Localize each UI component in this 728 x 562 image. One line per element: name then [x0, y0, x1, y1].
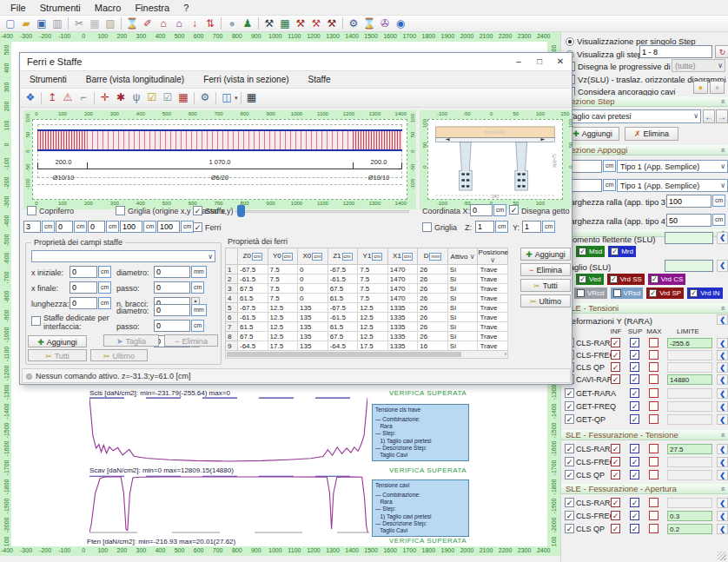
sphere-icon[interactable]: ● [224, 17, 240, 31]
max-checkbox[interactable] [649, 350, 659, 360]
table-cell[interactable]: 135 [298, 303, 328, 313]
max-checkbox[interactable] [649, 470, 659, 479]
table-cell[interactable]: -61.5 [238, 313, 268, 322]
table-cell[interactable]: 26 [418, 274, 448, 284]
taglio-apply-button[interactable]: ❮ [717, 260, 728, 272]
column-header-x0[interactable]: X0cm [298, 248, 328, 265]
y-input[interactable] [522, 221, 541, 233]
ferri-table[interactable]: Z0cmY0cmX0cmZ1cmY1cmX1cmDmmAttivo ∨Posiz… [225, 248, 508, 351]
apply-limit-button[interactable]: ❮ [717, 388, 728, 399]
disegna-getto-checkbox[interactable]: ✓ [509, 205, 519, 215]
verifica-chip-msd[interactable]: ✓Msd [576, 246, 605, 257]
sup-checkbox[interactable]: ✓ [630, 388, 639, 398]
sort-icon[interactable]: ∨ [490, 256, 495, 264]
save-icon[interactable]: ▣ [34, 17, 50, 31]
chip-checkbox[interactable]: ✓ [579, 275, 586, 283]
column-header-y0[interactable]: Y0cm [268, 248, 298, 265]
limite-value[interactable]: 14880 [667, 374, 712, 385]
help-icon[interactable]: ◉ [393, 17, 408, 31]
sup-checkbox[interactable]: ✓ [630, 414, 639, 424]
max-checkbox[interactable] [649, 388, 659, 398]
limite-value[interactable] [667, 414, 712, 425]
bar-point-icon[interactable]: ✱ [113, 90, 129, 105]
resize-grip[interactable] [718, 552, 726, 560]
table-cell[interactable]: -64.5 [328, 341, 358, 351]
table-cell[interactable]: 26 [418, 284, 448, 294]
beam-body[interactable] [37, 129, 402, 151]
grid-dark-icon[interactable]: ▦ [244, 90, 260, 105]
table-cell[interactable]: Si [447, 294, 478, 303]
staffe-checkbox[interactable]: ✓ [193, 206, 202, 215]
dialog-menu-item-ferri-vista-in-sezione-[interactable]: Ferri (vista in sezione) [194, 74, 298, 85]
staffe-field-select[interactable] [31, 250, 215, 262]
axe-red-icon[interactable]: ⚒ [308, 17, 324, 31]
table-cell[interactable]: 135 [298, 341, 328, 351]
limite-value[interactable] [667, 457, 712, 467]
support2-type-select[interactable]: Tipo 1 (App. Semplice) [617, 179, 728, 192]
row-enabled-checkbox[interactable]: ✓ [565, 457, 574, 466]
table-cell[interactable]: 26 [418, 313, 448, 322]
max-checkbox[interactable] [649, 524, 659, 533]
table-cell[interactable]: Trave [478, 313, 508, 322]
close-button[interactable]: ✕ [550, 53, 571, 70]
dialog-menu-item-staffe[interactable]: Staffe [299, 74, 341, 85]
sup-checkbox[interactable]: ✓ [630, 524, 639, 533]
limite-value[interactable] [667, 388, 712, 399]
verifica-chip-mrd[interactable]: ✓Mrd [608, 246, 636, 257]
limite-value[interactable] [667, 362, 712, 373]
warning-red-icon[interactable]: ⚠ [60, 90, 76, 105]
table-cell[interactable]: 135 [298, 332, 328, 341]
progressive-select[interactable]: (tutte) [672, 59, 725, 72]
step-add-button[interactable]: ✚Aggiungi [566, 127, 619, 141]
table-cell[interactable]: Trave [478, 322, 508, 332]
grid-input-2[interactable] [88, 221, 105, 233]
check-yellow-icon[interactable]: ☑ [144, 90, 160, 105]
limite-value[interactable]: -255.6 [667, 338, 712, 348]
table-cell[interactable]: -67.5 [328, 303, 358, 313]
ferri-elimina-button[interactable]: −Elimina [520, 263, 571, 276]
momento-apply-button[interactable]: ❮ [717, 232, 728, 244]
staffe-aggiungi-button[interactable]: ✚Aggiungi [28, 335, 87, 347]
table-cell[interactable]: 67.5 [328, 284, 358, 294]
table-row[interactable]: 1-67.57.50-67.57.5147026SiTrave [226, 265, 508, 274]
inf-checkbox[interactable]: ✓ [611, 524, 620, 533]
step-select[interactable]: Taglio cavi pretesi [566, 109, 701, 123]
momento-value-input[interactable] [665, 232, 713, 244]
table-cell[interactable]: Si [447, 265, 478, 274]
column-header-attivo[interactable]: Attivo ∨ [447, 248, 478, 265]
table-cell[interactable]: Trave [478, 294, 508, 303]
table-cell[interactable]: 61.5 [238, 294, 268, 303]
table-cell[interactable]: Trave [478, 341, 508, 351]
step-delete-button[interactable]: ✗Elimina [625, 127, 678, 141]
grid-input-3[interactable] [120, 221, 142, 233]
next-step-button[interactable]: → [716, 109, 728, 123]
spiral-icon[interactable]: ✇ [377, 17, 393, 31]
table-cell[interactable]: 67.5 [238, 332, 268, 341]
table-cell[interactable]: Trave [478, 265, 508, 274]
staffe-elimina-button[interactable]: −Elimina [164, 334, 218, 347]
passo2-input[interactable] [154, 320, 190, 332]
table-cell[interactable]: 1470 [387, 294, 418, 303]
table-cell[interactable]: -61.5 [328, 313, 358, 322]
ferri-ultimo-button[interactable]: ✂Ultimo [520, 294, 571, 307]
table-cell[interactable]: Trave [478, 303, 508, 313]
table-cell[interactable]: 12.5 [268, 322, 298, 332]
max-checkbox[interactable] [649, 362, 659, 372]
table-cell[interactable]: 26 [418, 332, 448, 341]
table-cell[interactable]: 1335 [387, 313, 418, 322]
arrow-down-red-icon[interactable]: ↓ [187, 17, 202, 31]
previous-step-button[interactable]: ← [703, 109, 715, 123]
table-cell[interactable]: Si [447, 284, 478, 294]
table-cell[interactable]: Si [447, 303, 478, 313]
chip-checkbox[interactable]: ✓ [651, 275, 659, 283]
table-row[interactable]: 367.57.5067.57.5147026SiTrave [226, 284, 508, 294]
column-header-z1[interactable]: Z1cm [328, 248, 358, 265]
menu-item-strumenti[interactable]: Strumenti [33, 2, 88, 14]
verifica-chip-vrd-sp[interactable]: ✓Vrd SP [646, 288, 684, 299]
table-cell[interactable]: 135 [298, 322, 328, 332]
steps-range-input[interactable] [639, 45, 712, 58]
row-enabled-checkbox[interactable]: ✓ [565, 511, 574, 520]
collapse-icon[interactable]: » [717, 433, 727, 437]
menu-item-finestra[interactable]: Finestra [128, 2, 176, 14]
row-enabled-checkbox[interactable]: ✓ [565, 498, 574, 507]
